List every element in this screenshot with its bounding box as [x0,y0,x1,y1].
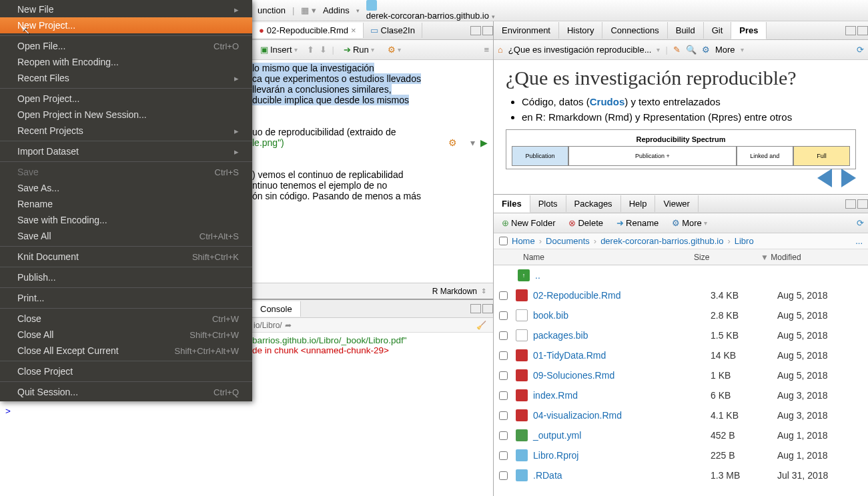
tab-history[interactable]: History [559,22,602,39]
refresh-icon[interactable]: ⟳ [857,45,864,55]
col-header-name[interactable]: Name [494,253,694,262]
menu-item-rename[interactable]: Rename [0,196,252,212]
addins-caret[interactable]: ▾ [356,7,360,14]
col-header-size[interactable]: Size [694,253,761,262]
file-checkbox[interactable] [499,451,508,460]
breadcrumb-repo[interactable]: derek-corcoran-barrios.github.io [600,236,723,246]
chunk-opts-icon[interactable]: ⚙ [448,137,457,148]
editor-lang-label[interactable]: R Markdown [432,287,477,296]
pres-title-dropdown[interactable]: ¿Que es investigación reproducible... [508,45,652,55]
outline-icon[interactable]: ≡ [484,45,489,55]
tab-files[interactable]: Files [494,195,530,213]
menu-item-recent-projects[interactable]: Recent Projects▸ [0,123,252,139]
breadcrumb-home[interactable]: Home [512,236,535,246]
menu-item-knit-document[interactable]: Knit DocumentShift+Ctrl+K [0,249,252,265]
menu-item-publish[interactable]: Publish... [0,269,252,285]
close-icon[interactable]: × [351,25,356,35]
menu-item-close[interactable]: CloseCtrl+W [0,311,252,327]
menu-item-import-dataset[interactable]: Import Dataset▸ [0,143,252,159]
more-gear-icon[interactable]: ⚙ [702,45,710,55]
delete-button[interactable]: ⊗ Delete [564,217,607,229]
file-checkbox[interactable] [499,391,508,400]
menu-item-close-all-except-current[interactable]: Close All Except CurrentShift+Ctrl+Alt+W [0,343,252,359]
menu-item-open-project[interactable]: Open Project... [0,91,252,107]
lang-caret[interactable]: ⇕ [481,287,486,295]
grid-icon[interactable]: ▦ ▾ [301,5,316,15]
file-checkbox[interactable] [499,411,508,420]
file-name[interactable]: _output.yml [533,430,711,441]
file-checkbox[interactable] [499,331,508,340]
new-folder-button[interactable]: ⊕ New Folder [498,217,559,229]
file-name[interactable]: Libro.Rproj [533,450,711,461]
tab-connections[interactable]: Connections [602,22,667,39]
rerun-button[interactable]: ⚙ ▾ [384,43,405,56]
slide-prev-icon[interactable] [817,169,832,187]
menu-item-close-project[interactable]: Close Project [0,363,252,379]
menu-item-open-project-in-new-session[interactable]: Open Project in New Session... [0,107,252,123]
edit-icon[interactable]: ✎ [673,45,681,55]
chunk-run-icon[interactable]: ▶ [480,137,488,148]
file-name[interactable]: 04-visualizacion.Rmd [533,410,711,421]
tab-packages[interactable]: Packages [566,195,621,212]
file-checkbox[interactable] [499,311,508,320]
nav-down-icon[interactable]: ⬇ [320,45,327,55]
menu-item-save-with-encoding[interactable]: Save with Encoding... [0,212,252,228]
nav-up-icon[interactable]: ⬆ [307,45,314,55]
more-button[interactable]: More [715,45,735,55]
tab-git[interactable]: Git [704,22,732,39]
maximize-button[interactable] [482,26,493,35]
file-checkbox[interactable] [499,431,508,440]
file-name[interactable]: book.bib [533,310,711,321]
tab-presentation[interactable]: Pres [731,22,767,39]
tab-build[interactable]: Build [668,22,704,39]
file-name[interactable]: .RData [533,470,711,481]
breadcrumb-more-icon[interactable]: ... [855,236,863,246]
editor-tab-0[interactable]: ● 02-Repoducible.Rmd × [252,23,364,38]
rename-button[interactable]: ➜ Rename [612,217,663,229]
clear-console-icon[interactable]: 🧹 [476,321,486,330]
folder-up-icon[interactable]: ↑ [518,269,530,281]
menu-item-reopen-with-encoding[interactable]: Reopen with Encoding... [0,54,252,70]
menu-item-quit-session[interactable]: Quit Session...Ctrl+Q [0,384,252,400]
minimize-button[interactable] [470,26,481,35]
addins-menu[interactable]: Addins [323,5,350,15]
menu-item-print[interactable]: Print... [0,290,252,306]
console-tab[interactable]: Console [252,301,301,317]
crudos-link[interactable]: Crudos [590,96,625,107]
menu-item-open-file[interactable]: Open File...Ctrl+O [0,38,252,54]
file-checkbox[interactable] [499,471,508,480]
menu-item-save[interactable]: SaveCtrl+S [0,164,252,180]
breadcrumb-libro[interactable]: Libro [735,236,754,246]
home-icon[interactable]: ⌂ [498,45,503,55]
env-minimize[interactable] [845,26,856,35]
tab-help[interactable]: Help [621,195,656,212]
tab-environment[interactable]: Environment [494,22,559,39]
files-minimize[interactable] [845,199,856,209]
file-checkbox[interactable] [499,351,508,360]
run-button[interactable]: ➔ Run ▾ [340,43,378,56]
file-checkbox[interactable] [499,291,508,300]
editor-tab-1[interactable]: ▭ Clase2In [364,23,422,38]
breadcrumb-documents[interactable]: Documents [546,236,590,246]
file-name[interactable]: packages.bib [533,330,711,341]
file-name[interactable]: index.Rmd [533,390,711,401]
console-maximize[interactable] [482,304,493,313]
file-name[interactable]: 01-TidyData.Rmd [533,350,711,361]
file-name[interactable]: 02-Repoducible.Rmd [533,290,711,301]
menu-item-close-all[interactable]: Close AllShift+Ctrl+W [0,327,252,343]
files-refresh-icon[interactable]: ⟳ [857,218,864,228]
path-go-icon[interactable]: ➦ [285,321,292,330]
tab-viewer[interactable]: Viewer [655,195,699,212]
console-minimize[interactable] [470,304,481,313]
menu-item-new-file[interactable]: New File▸ [0,1,252,17]
files-maximize[interactable] [857,199,868,209]
project-caret[interactable]: ▾ [492,13,495,20]
slide-next-icon[interactable] [841,169,856,187]
chunk-run-above-icon[interactable]: ▾ [470,137,475,148]
tab-plots[interactable]: Plots [530,195,566,212]
project-name[interactable]: derek-corcoran-barrios.github.io [366,11,489,21]
file-name[interactable]: 09-Soluciones.Rmd [533,370,711,381]
menu-item-new-project[interactable]: New Project... [0,17,252,33]
files-more-button[interactable]: ⚙ More ▾ [668,217,711,229]
select-all-checkbox[interactable] [499,237,508,245]
